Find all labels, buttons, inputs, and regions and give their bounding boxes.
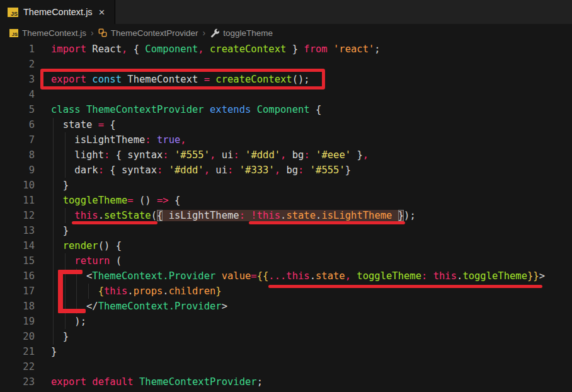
code-token — [169, 149, 174, 161]
code-token — [239, 149, 245, 161]
code-line-15[interactable]: 15 return ( — [0, 253, 572, 268]
breadcrumb-item-themecontext.js[interactable]: JSThemeContext.js — [9, 28, 86, 38]
line-number[interactable]: 19 — [0, 314, 35, 329]
code-line-3[interactable]: 3export const ThemeContext = createConte… — [0, 72, 572, 87]
line-number[interactable]: 23 — [0, 374, 35, 389]
line-number[interactable]: 22 — [0, 359, 35, 374]
code-token: 'react' — [333, 43, 374, 55]
code-token: () — [134, 195, 157, 206]
code-line-7[interactable]: 7 isLightTheme: true, — [0, 132, 572, 147]
code-line-21[interactable]: 21} — [0, 344, 572, 359]
code-token — [163, 164, 168, 176]
line-number[interactable]: 6 — [0, 117, 35, 132]
code-line-11[interactable]: 11 toggleTheme= () => { — [0, 193, 572, 208]
code-token: . — [127, 285, 133, 297]
code-token — [304, 164, 309, 176]
code-line-16[interactable]: 16 <ThemeContext.Provider value={{...thi… — [0, 268, 572, 284]
code-text: } — [51, 178, 69, 193]
code-token: . — [457, 270, 462, 282]
code-token: : — [98, 164, 104, 176]
line-number[interactable]: 13 — [0, 223, 35, 238]
tab-themecontext[interactable]: JS ThemeContext.js × — [0, 0, 115, 24]
code-token: : — [233, 149, 239, 161]
code-token: isLightTheme — [51, 134, 145, 146]
code-line-22[interactable]: 22 — [0, 359, 572, 374]
code-token: : — [421, 270, 427, 282]
line-number[interactable]: 12 — [0, 208, 35, 223]
line-number[interactable]: 2 — [0, 57, 35, 72]
code-token: }} — [527, 270, 539, 282]
code-token: children — [169, 285, 216, 297]
code-token: ThemeContextProvider — [139, 376, 257, 388]
code-token: } — [51, 225, 69, 236]
line-number[interactable]: 3 — [0, 72, 35, 87]
code-line-8[interactable]: 8 light: { syntax: '#555', ui: '#ddd', b… — [0, 147, 572, 163]
code-line-4[interactable]: 4 — [0, 87, 572, 102]
line-number[interactable]: 21 — [0, 344, 35, 359]
code-line-14[interactable]: 14 render() { — [0, 238, 572, 253]
code-text: render() { — [51, 238, 122, 253]
code-token: '#ddd' — [169, 164, 204, 176]
code-token: true — [157, 134, 180, 146]
close-icon[interactable]: × — [99, 7, 105, 18]
line-number[interactable]: 10 — [0, 178, 35, 193]
code-token: , — [198, 43, 203, 55]
code-line-12[interactable]: 12 this.setState({ isLightTheme: !this.s… — [0, 208, 572, 223]
line-number[interactable]: 7 — [0, 132, 35, 147]
code-token — [151, 134, 157, 146]
code-line-20[interactable]: 20 } — [0, 329, 572, 344]
code-token: , — [180, 134, 186, 146]
code-line-9[interactable]: 9 dark: { syntax: '#ddd', ui: '#333', bg… — [0, 163, 572, 178]
code-token: } — [351, 149, 363, 161]
code-line-23[interactable]: 23export default ThemeContextProvider; — [0, 374, 572, 389]
code-line-6[interactable]: 6 state = { — [0, 117, 572, 132]
code-token: = — [251, 270, 256, 282]
line-number[interactable]: 1 — [0, 42, 35, 57]
code-token: { — [51, 285, 104, 297]
code-line-19[interactable]: 19 ); — [0, 314, 572, 329]
code-token: const — [92, 74, 122, 85]
code-token: ); — [51, 316, 86, 327]
line-number[interactable]: 18 — [0, 299, 35, 314]
breadcrumb-separator-icon: › — [203, 28, 206, 38]
line-number[interactable]: 4 — [0, 87, 35, 102]
code-editor[interactable]: 1import React, { Component, createContex… — [0, 42, 572, 389]
breadcrumb-item-toggletheme[interactable]: toggleTheme — [210, 28, 273, 38]
line-number[interactable]: 15 — [0, 253, 35, 268]
code-token: < — [51, 270, 92, 282]
breadcrumb-item-themecontextprovider[interactable]: ThemeContextProvider — [98, 28, 198, 38]
breadcrumb-label: ThemeContextProvider — [111, 28, 198, 38]
code-token: { syntax — [104, 164, 157, 176]
code-line-5[interactable]: 5class ThemeContextProvider extends Comp… — [0, 102, 572, 117]
code-token: render — [63, 240, 98, 251]
code-line-13[interactable]: 13 } — [0, 223, 572, 238]
code-token: () { — [98, 240, 122, 251]
code-line-10[interactable]: 10 } — [0, 178, 572, 193]
line-number[interactable]: 9 — [0, 163, 35, 178]
code-line-1[interactable]: 1import React, { Component, createContex… — [0, 42, 572, 57]
code-line-17[interactable]: 17 {this.props.children} — [0, 284, 572, 299]
breadcrumb-label: toggleTheme — [223, 28, 273, 38]
code-token: ThemeContext.Provider — [98, 301, 222, 312]
code-token: { — [157, 210, 163, 221]
code-token: '#555' — [310, 164, 345, 176]
code-token: = — [204, 74, 210, 85]
line-number[interactable]: 20 — [0, 329, 35, 344]
code-text: ); — [51, 314, 86, 329]
line-number[interactable]: 11 — [0, 193, 35, 208]
line-number[interactable]: 8 — [0, 147, 35, 163]
tab-strip-empty — [115, 0, 572, 24]
code-token — [251, 104, 256, 115]
code-token — [51, 195, 63, 206]
line-number[interactable]: 16 — [0, 268, 35, 284]
code-line-2[interactable]: 2 — [0, 57, 572, 72]
line-number[interactable]: 17 — [0, 284, 35, 299]
code-text: light: { syntax: '#555', ui: '#ddd', bg:… — [51, 147, 369, 163]
code-token: from — [304, 43, 327, 55]
line-number[interactable]: 5 — [0, 102, 35, 117]
code-line-18[interactable]: 18 </ThemeContext.Provider> — [0, 299, 572, 314]
code-token: isLightTheme — [163, 210, 239, 221]
code-token: : — [227, 164, 233, 176]
line-number[interactable]: 14 — [0, 238, 35, 253]
code-token: setState — [104, 210, 151, 221]
